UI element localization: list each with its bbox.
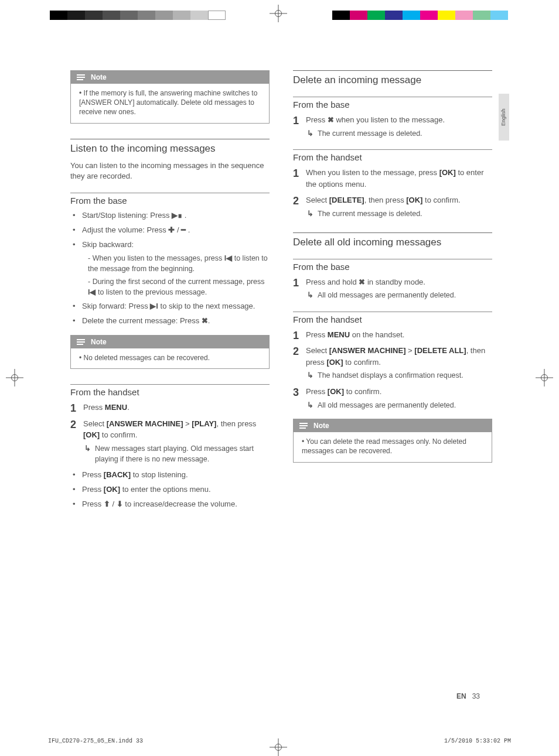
list-item: Press [OK] to enter the options menu. <box>82 484 270 495</box>
list-item: 1Press ✖ when you listen to the message.… <box>306 114 492 139</box>
reg-mark-icon <box>270 738 287 756</box>
section-title: Listen to the incoming messages <box>70 139 270 155</box>
list-item: Delete the current message: Press ✖. <box>82 316 270 327</box>
list-item: Press ⬆ / ⬇ to increase/decrease the vol… <box>82 499 270 510</box>
note-box: Note You can delete the read messages on… <box>293 419 492 462</box>
left-column: Note If the memory is full, the answerin… <box>70 70 270 514</box>
up-icon: ⬆ <box>104 500 110 508</box>
result-text: The current message is deleted. <box>306 128 492 139</box>
list-item: 2Select [DELETE], then press [OK] to con… <box>306 194 492 219</box>
plus-icon: ✚ <box>168 225 175 234</box>
numbered-list: 1When you listen to the message, press [… <box>293 167 492 219</box>
list-item: Skip backward: - When you listen to the … <box>82 240 270 297</box>
down-icon: ⬇ <box>117 500 123 508</box>
greyscale-bar <box>50 11 226 20</box>
x-icon: ✖ <box>202 316 208 325</box>
list-item: - During the first second of the current… <box>88 276 270 297</box>
list-item: Start/Stop listening: Press ▶∎ . <box>82 210 270 221</box>
list-item: 3Press [OK] to confirm. All old messages… <box>306 386 492 411</box>
skip-back-icon: I◀ <box>224 254 232 262</box>
reg-mark-icon <box>536 369 553 386</box>
skip-forward-icon: ▶I <box>150 302 158 310</box>
subsection-title: From the base <box>70 193 270 206</box>
subsection-title: From the handset <box>70 384 270 397</box>
subsection-title: From the handset <box>293 312 492 324</box>
section-title: Delete an incoming message <box>293 70 492 86</box>
list-item: 1Press and hold ✖ in standby mode. All o… <box>306 276 492 301</box>
list-item: Adjust the volume: Press ✚ / ━ . <box>82 225 270 236</box>
print-registration <box>0 5 559 22</box>
numbered-list: 1Press MENU on the handset. 2Select [ANS… <box>293 329 492 411</box>
note-label: Note <box>313 422 329 430</box>
list-item: 1Press MENU on the handset. <box>306 329 492 341</box>
note-label: Note <box>91 73 107 81</box>
section-intro: You can listen to the incoming messages … <box>70 160 270 183</box>
list-item: Skip forward: Press ▶I to skip to the ne… <box>82 301 270 312</box>
result-text: The handset displays a confirmation requ… <box>306 370 492 381</box>
footer-timestamp: 1/5/2010 5:33:02 PM <box>444 738 511 744</box>
subsection-title: From the base <box>293 259 492 272</box>
list-item: 2Select [ANSWER MACHINE] > [DELETE ALL],… <box>306 345 492 381</box>
section-title: Delete all old incoming messages <box>293 232 492 248</box>
page-number: EN33 <box>456 692 480 700</box>
language-tab: English <box>499 94 509 141</box>
numbered-list: 1Press and hold ✖ in standby mode. All o… <box>293 276 492 301</box>
right-column: Delete an incoming message From the base… <box>293 70 492 514</box>
reg-mark-icon <box>270 5 287 22</box>
note-text: No deleted messages can be recovered. <box>79 353 261 362</box>
numbered-list: 1Press MENU. 2Select [ANSWER MACHINE] > … <box>70 402 270 465</box>
list-item: 1Press MENU. <box>83 402 270 413</box>
x-icon: ✖ <box>359 278 365 286</box>
color-bar <box>332 11 508 20</box>
play-pause-icon: ▶∎ <box>172 211 182 220</box>
note-text: You can delete the read messages only. N… <box>302 437 483 456</box>
bullet-list: Start/Stop listening: Press ▶∎ . Adjust … <box>70 210 270 327</box>
note-label: Note <box>91 338 107 346</box>
subsection-title: From the handset <box>293 149 492 162</box>
note-icon <box>76 338 86 346</box>
x-icon: ✖ <box>328 115 334 124</box>
note-box: Note If the memory is full, the answerin… <box>70 70 270 124</box>
result-text: All old messages are permanently deleted… <box>306 400 492 411</box>
result-text: New messages start playing. Old messages… <box>83 443 270 466</box>
list-item: - When you listen to the messages, press… <box>88 253 270 274</box>
page-content: Note If the memory is full, the answerin… <box>70 70 492 514</box>
note-icon <box>76 73 86 81</box>
list-item: 2Select [ANSWER MACHINE] > [PLAY], then … <box>83 418 270 466</box>
note-text: If the memory is full, the answering mac… <box>79 88 261 117</box>
result-text: The current message is deleted. <box>306 208 492 220</box>
subsection-title: From the base <box>293 97 492 110</box>
note-icon <box>298 422 309 430</box>
reg-mark-icon <box>6 369 23 386</box>
skip-back-icon: I◀ <box>88 288 96 296</box>
list-item: 1When you listen to the message, press [… <box>306 167 492 190</box>
bullet-list: Press [BACK] to stop listening. Press [O… <box>70 470 270 510</box>
result-text: All old messages are permanently deleted… <box>306 290 492 301</box>
numbered-list: 1Press ✖ when you listen to the message.… <box>293 114 492 139</box>
note-box: Note No deleted messages can be recovere… <box>70 335 270 369</box>
list-item: Press [BACK] to stop listening. <box>82 470 270 481</box>
footer-filename: IFU_CD270-275_05_EN.indd 33 <box>48 738 143 744</box>
